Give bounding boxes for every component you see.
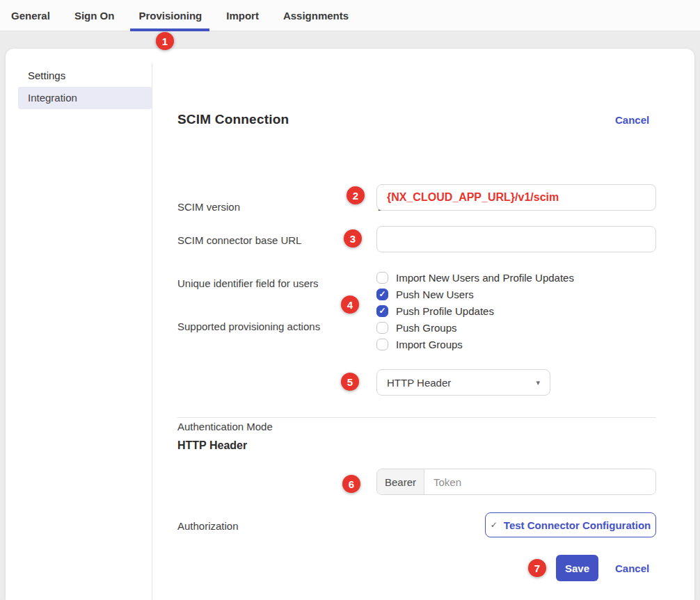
authorization-label: Authorization xyxy=(177,520,239,532)
http-header-section-title: HTTP Header xyxy=(177,439,247,452)
unique-id-input[interactable] xyxy=(376,226,656,252)
checkbox-label: Push Groups xyxy=(396,322,457,334)
cancel-link-top[interactable]: Cancel xyxy=(615,114,649,126)
auth-mode-label: Authentication Mode xyxy=(177,421,273,432)
section-divider xyxy=(177,417,656,418)
checkmark-icon: ✓ xyxy=(379,290,385,298)
checkbox-label: Import New Users and Profile Updates xyxy=(396,272,574,284)
annotation-badge-6: 6 xyxy=(342,475,360,493)
checkbox-box[interactable]: ✓ xyxy=(376,322,388,334)
checkbox-box[interactable]: ✓ xyxy=(376,289,388,300)
sidebar-item-integration[interactable]: Integration xyxy=(18,87,152,109)
token-input[interactable] xyxy=(424,469,655,494)
annotation-badge-2: 2 xyxy=(347,186,365,204)
checkbox-box[interactable]: ✓ xyxy=(376,272,388,284)
checkbox-label: Import Groups xyxy=(396,339,463,350)
tab-import[interactable]: Import xyxy=(226,0,259,31)
base-url-label: SCIM connector base URL xyxy=(177,234,301,246)
provisioning-actions-label: Supported provisioning actions xyxy=(177,321,320,332)
page-title: SCIM Connection xyxy=(177,112,289,127)
checkbox-push-profile-updates[interactable]: ✓ Push Profile Updates xyxy=(376,302,494,319)
app-tabbar: General Sign On Provisioning Import Assi… xyxy=(0,0,700,31)
save-button[interactable]: Save xyxy=(556,555,598,581)
checkbox-label: Push New Users xyxy=(396,289,474,300)
authorization-input-group: Bearer xyxy=(376,469,656,495)
auth-mode-selected-value: HTTP Header xyxy=(387,377,536,389)
base-url-input[interactable] xyxy=(376,184,656,211)
annotation-badge-3: 3 xyxy=(344,229,362,248)
annotation-badge-7: 7 xyxy=(528,559,546,577)
sidebar-heading: Settings xyxy=(28,70,65,81)
test-connector-button[interactable]: ✓ Test Connector Configuration xyxy=(485,512,656,537)
sidebar-divider xyxy=(152,63,152,600)
tab-provisioning[interactable]: Provisioning xyxy=(138,0,202,31)
annotation-badge-1: 1 xyxy=(156,32,174,50)
annotation-badge-5: 5 xyxy=(341,373,359,391)
unique-id-label: Unique identifier field for users xyxy=(177,277,319,289)
checkbox-box[interactable]: ✓ xyxy=(376,339,388,350)
checkbox-box[interactable]: ✓ xyxy=(376,305,388,317)
checkmark-icon: ✓ xyxy=(491,520,498,530)
checkmark-icon: ✓ xyxy=(379,307,385,315)
test-connector-label: Test Connector Configuration xyxy=(504,519,651,531)
bearer-prefix: Bearer xyxy=(377,469,424,494)
checkbox-push-groups[interactable]: ✓ Push Groups xyxy=(376,319,457,336)
cancel-link-bottom[interactable]: Cancel xyxy=(615,562,649,574)
tab-sign-on[interactable]: Sign On xyxy=(74,0,115,31)
checkbox-label: Push Profile Updates xyxy=(396,305,494,317)
checkbox-push-new-users[interactable]: ✓ Push New Users xyxy=(376,286,474,302)
settings-card: Settings Integration SCIM Connection Can… xyxy=(6,49,694,600)
chevron-down-icon: ▾ xyxy=(536,378,540,387)
auth-mode-select[interactable]: HTTP Header ▾ xyxy=(376,369,550,396)
scim-version-label: SCIM version xyxy=(177,201,240,213)
annotation-badge-4: 4 xyxy=(341,295,359,314)
tab-assignments[interactable]: Assignments xyxy=(283,0,349,31)
tab-general[interactable]: General xyxy=(11,0,50,31)
checkbox-import-new-users[interactable]: ✓ Import New Users and Profile Updates xyxy=(376,269,574,286)
checkbox-import-groups[interactable]: ✓ Import Groups xyxy=(376,336,463,352)
